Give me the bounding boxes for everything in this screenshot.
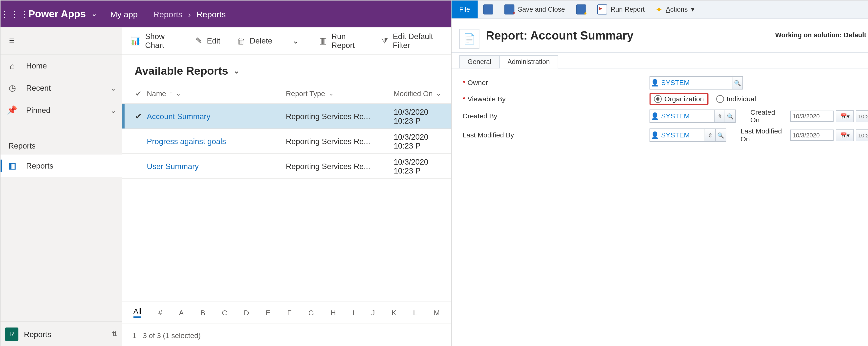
view-title[interactable]: Available Reports ⌄ [135, 64, 439, 77]
alpha-j[interactable]: J [371, 308, 375, 317]
run-report-button[interactable]: Run Report [592, 0, 650, 18]
file-menu[interactable]: File [452, 0, 478, 18]
status-text: 1 - 3 of 3 (1 selected) [122, 324, 451, 346]
created-by-value: SYSTEM [660, 113, 714, 120]
sidebar-item-home[interactable]: ⌂ Home [0, 55, 122, 77]
last-modified-on-label: Last Modified On [741, 127, 783, 143]
chevron-down-icon: ⌄ [110, 84, 116, 92]
report-entity-icon: 📄 [459, 29, 479, 49]
required-icon: * [463, 95, 465, 103]
viewable-by-label: Viewable By [468, 95, 506, 103]
created-on-date-input[interactable] [790, 111, 834, 122]
created-on-time[interactable]: 10:23 PM▾ [856, 110, 868, 123]
owner-lookup[interactable]: 👤 SYSTEM 🔍 [650, 76, 743, 90]
tab-general[interactable]: General [459, 55, 500, 68]
brand-label: Power Apps [28, 8, 86, 20]
column-name[interactable]: Name ↑ ⌄ [147, 89, 286, 98]
save-and-close-button[interactable]: Save and Close [499, 0, 571, 18]
row-check-icon[interactable]: ✔ [130, 112, 147, 121]
chart-icon: 📊 [130, 36, 141, 46]
alpha-d[interactable]: D [244, 308, 249, 317]
alpha-m[interactable]: M [434, 308, 440, 317]
calendar-icon[interactable]: 📅▾ [836, 129, 854, 141]
show-chart-button[interactable]: 📊 Show Chart [128, 32, 181, 50]
table-row[interactable]: Progress against goals Reporting Service… [122, 129, 451, 154]
select-all-checkbox[interactable]: ✔ [130, 89, 147, 98]
delete-split-button[interactable]: ⌄ [287, 36, 305, 45]
row-modified: 10/3/2020 10:23 P [394, 157, 443, 175]
run-icon [597, 4, 607, 14]
updown-icon: ⇅ [112, 331, 117, 338]
save-new-icon [576, 4, 586, 14]
lookup-search-icon[interactable]: 🔍 [725, 110, 735, 123]
brand[interactable]: Power Apps ⌄ [26, 8, 102, 20]
sidebar-item-recent[interactable]: ◷ Recent ⌄ [0, 77, 122, 99]
view-title-label: Available Reports [135, 64, 228, 77]
admin-form: *Owner 👤 SYSTEM 🔍 *Viewable By Organizat… [452, 68, 868, 151]
chevron-down-icon: ⌄ [329, 90, 333, 97]
person-icon: 👤 [650, 131, 660, 139]
viewable-org-radio[interactable]: Organization [650, 93, 708, 105]
lookup-search-icon[interactable]: 🔍 [732, 77, 742, 89]
alpha-hash[interactable]: # [158, 308, 162, 317]
alpha-f[interactable]: F [287, 308, 292, 317]
actions-menu[interactable]: ✦ AActionsctions ▾ [650, 0, 700, 18]
calendar-icon[interactable]: 📅▾ [836, 110, 854, 123]
edit-button[interactable]: ✎ Edit [193, 36, 223, 46]
area-label: Reports [24, 330, 51, 339]
radio-label: Individual [726, 95, 756, 103]
hamburger-icon[interactable]: ≡ [0, 29, 23, 52]
row-name-link[interactable]: User Summary [147, 162, 286, 171]
table-row[interactable]: User Summary Reporting Services Re... 10… [122, 154, 451, 179]
row-name-link[interactable]: Progress against goals [147, 137, 286, 146]
save-and-new-button[interactable] [570, 0, 592, 18]
delete-button[interactable]: 🗑 Delete [235, 36, 275, 45]
row-modified: 10/3/2020 10:23 P [394, 107, 443, 125]
table-row[interactable]: ✔ Account Summary Reporting Services Re.… [122, 104, 451, 129]
last-modified-on-date-input[interactable] [790, 129, 834, 140]
dialog-title: Report: Account Summary [486, 29, 633, 42]
row-modified: 10/3/2020 10:23 P [394, 132, 443, 150]
tab-administration[interactable]: Administration [499, 55, 558, 68]
alpha-a[interactable]: A [179, 308, 184, 317]
row-name-link[interactable]: Account Summary [147, 112, 286, 121]
lookup-search-icon[interactable]: 🔍 [715, 129, 726, 141]
last-modified-on-date[interactable]: 📅▾ 10:23 PM▾ [790, 129, 868, 141]
viewable-individual-radio[interactable]: Individual [716, 95, 756, 103]
row-type: Reporting Services Re... [286, 137, 394, 146]
last-modified-by-lookup[interactable]: 👤 SYSTEM ⇳🔍 [650, 128, 726, 142]
sidebar-item-pinned[interactable]: 📌 Pinned ⌄ [0, 99, 122, 121]
lookup-stepper-icon[interactable]: ⇳ [714, 110, 725, 123]
breadcrumb-1[interactable]: Reports [196, 9, 226, 19]
column-modified[interactable]: Modified On ⌄ [394, 89, 443, 98]
row-type: Reporting Services Re... [286, 112, 394, 121]
sidebar-footer[interactable]: R Reports ⇅ [0, 321, 122, 346]
created-by-lookup[interactable]: 👤 SYSTEM ⇳🔍 [650, 109, 736, 123]
save-button[interactable] [478, 0, 499, 18]
sidebar-item-reports[interactable]: ▥ Reports [0, 155, 122, 177]
edit-default-filter-button[interactable]: ⧩ Edit Default Filter [379, 32, 445, 50]
alpha-l[interactable]: L [413, 308, 417, 317]
alpha-e[interactable]: E [266, 308, 271, 317]
app-name[interactable]: My app [110, 9, 138, 19]
created-on-date[interactable]: 📅▾ 10:23 PM▾ [790, 110, 868, 123]
alpha-all[interactable]: All [133, 307, 142, 318]
required-icon: * [463, 79, 465, 87]
alpha-i[interactable]: I [352, 308, 354, 317]
column-type[interactable]: Report Type ⌄ [286, 89, 394, 98]
alpha-c[interactable]: C [222, 308, 227, 317]
alpha-g[interactable]: G [308, 308, 314, 317]
selection-indicator [0, 160, 2, 172]
alpha-h[interactable]: H [331, 308, 336, 317]
last-modified-on-time[interactable]: 10:23 PM▾ [856, 129, 868, 141]
alpha-b[interactable]: B [200, 308, 206, 317]
waffle-icon[interactable]: ⋮⋮⋮ [4, 3, 26, 25]
breadcrumb-0[interactable]: Reports [153, 9, 182, 19]
chevron-down-icon: ⌄ [436, 90, 441, 97]
lookup-stepper-icon[interactable]: ⇳ [704, 129, 715, 141]
owner-label: Owner [468, 79, 488, 87]
run-report-button[interactable]: ▥ Run Report [317, 32, 367, 50]
alpha-k[interactable]: K [392, 308, 397, 317]
sort-asc-icon: ↑ [169, 90, 173, 97]
last-modified-by-label: Last Modified By [463, 131, 514, 139]
